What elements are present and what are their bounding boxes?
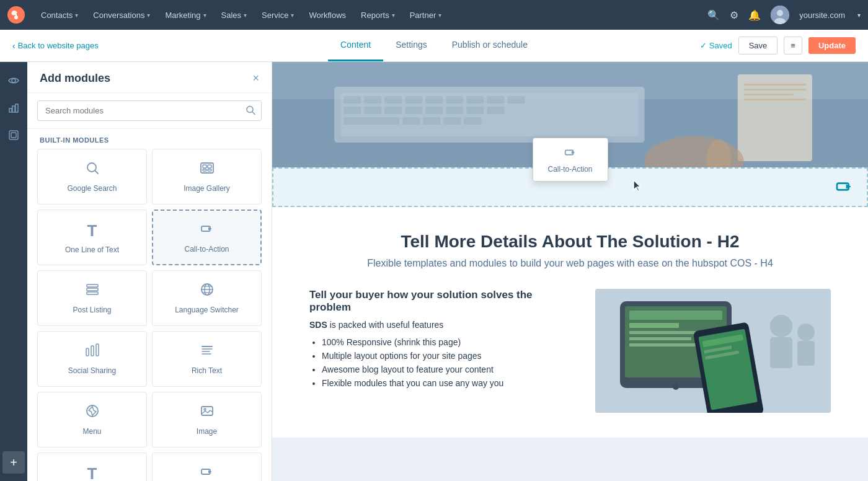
svg-rect-67 (464, 117, 481, 125)
tab-settings[interactable]: Settings (383, 30, 440, 61)
nav-reports[interactable]: Reports ▾ (355, 7, 401, 24)
module-one-line-text-2[interactable]: T One Line of Text (37, 452, 147, 481)
call-to-action-label: Call-to-Action (184, 245, 229, 254)
social-sharing-icon (85, 343, 100, 361)
list-item: Awesome blog layout to feature your cont… (322, 364, 570, 374)
close-module-panel-button[interactable]: × (252, 72, 259, 85)
cursor-icon (631, 179, 644, 196)
rich-text-icon (200, 343, 215, 361)
main-layout: + Add modules × BUILT-IN MODULES Google … (0, 62, 868, 481)
sidebar-add-button[interactable]: + (2, 451, 25, 474)
image-icon (200, 404, 215, 422)
settings-icon[interactable]: ⚙ (730, 9, 738, 21)
svg-rect-68 (738, 74, 812, 161)
nav-contacts[interactable]: Contacts ▾ (35, 7, 84, 24)
site-label[interactable]: yoursite.com (799, 11, 845, 20)
module-panel-title: Add modules (40, 72, 110, 85)
svg-rect-63 (343, 117, 399, 125)
menu-button[interactable]: ≡ (784, 37, 802, 55)
sidebar-eye-button[interactable] (2, 69, 25, 92)
section-heading: Tell your buyer how your solution solves… (309, 289, 570, 314)
svg-rect-57 (384, 107, 402, 114)
saved-status: ✓ Saved (700, 41, 732, 50)
sidebar-box-button[interactable] (2, 124, 25, 146)
svg-rect-82 (629, 331, 704, 334)
svg-rect-61 (466, 107, 484, 114)
page-content-area: Call-to-Action Tell More Details About T… (272, 62, 868, 481)
svg-rect-66 (443, 117, 461, 125)
notifications-icon[interactable]: 🔔 (748, 9, 761, 21)
nav-marketing[interactable]: Marketing ▾ (159, 7, 212, 24)
svg-rect-30 (86, 348, 89, 356)
svg-rect-18 (208, 165, 211, 168)
cta-drag-icon (564, 146, 577, 162)
svg-point-85 (673, 384, 679, 390)
nav-workflows[interactable]: Workflows (303, 7, 352, 24)
svg-rect-2 (16, 14, 17, 17)
svg-rect-84 (629, 343, 698, 346)
module-image[interactable]: Image (152, 392, 262, 448)
hubspot-logo[interactable] (7, 6, 25, 24)
svg-rect-48 (384, 96, 402, 104)
module-call-to-action-2[interactable]: Call-to-Action (152, 452, 262, 481)
svg-rect-19 (203, 169, 206, 171)
svg-point-91 (770, 315, 792, 337)
image-gallery-label: Image Gallery (184, 184, 230, 193)
svg-rect-22 (87, 285, 98, 287)
drop-zone-bar[interactable]: Call-to-Action (272, 167, 868, 207)
chevron-down-icon: ▾ (438, 12, 441, 19)
svg-rect-8 (12, 106, 15, 112)
update-button[interactable]: Update (808, 37, 856, 54)
module-language-switcher[interactable]: Language Switcher (152, 270, 262, 326)
search-module-icon (85, 161, 100, 179)
search-modules-input[interactable] (37, 100, 262, 121)
bold-intro: SDS (309, 320, 327, 330)
nav-conversations[interactable]: Conversations ▾ (87, 7, 156, 24)
svg-rect-54 (507, 96, 525, 104)
module-google-search[interactable]: Google Search (37, 149, 147, 205)
tab-content[interactable]: Content (328, 30, 383, 61)
tab-publish-schedule[interactable]: Publish or schedule (440, 30, 540, 61)
save-button[interactable]: Save (738, 37, 778, 55)
nav-items: Contacts ▾ Conversations ▾ Marketing ▾ S… (35, 7, 707, 24)
rich-text-label: Rich Text (192, 366, 222, 375)
back-to-website-pages-link[interactable]: ‹ Back to website pages (12, 41, 99, 51)
svg-rect-53 (487, 96, 504, 104)
module-post-listing[interactable]: Post Listing (37, 270, 147, 326)
svg-rect-23 (87, 288, 98, 291)
image-column (595, 289, 831, 413)
post-listing-label: Post Listing (73, 306, 111, 314)
two-column-section: Tell your buyer how your solution solves… (309, 289, 831, 413)
svg-rect-11 (11, 133, 16, 138)
search-icon[interactable]: 🔍 (707, 9, 720, 21)
avatar[interactable] (771, 6, 789, 24)
text-t-icon: T (87, 221, 97, 240)
svg-rect-58 (405, 107, 422, 114)
module-social-sharing[interactable]: Social Sharing (37, 331, 147, 387)
module-rich-text[interactable]: Rich Text (152, 331, 262, 387)
module-search-wrap (27, 93, 272, 129)
svg-rect-69 (744, 84, 806, 86)
module-image-gallery[interactable]: Image Gallery (152, 149, 262, 205)
svg-rect-17 (203, 165, 206, 168)
module-menu[interactable]: Menu (37, 392, 147, 448)
list-item: 100% Responsive (shrink this page) (322, 337, 570, 347)
nav-sales[interactable]: Sales ▾ (215, 7, 254, 24)
svg-rect-60 (446, 107, 463, 114)
module-one-line-text[interactable]: T One Line of Text (37, 210, 147, 265)
nav-service[interactable]: Service ▾ (255, 7, 300, 24)
intro-continue: is packed with useful features (327, 320, 444, 330)
image-label: Image (197, 427, 217, 436)
sidebar-chart-button[interactable] (2, 97, 25, 119)
post-listing-icon (85, 282, 100, 301)
editor-tabs: Content Settings Publish or schedule (328, 30, 540, 61)
site-dropdown-icon[interactable]: ▾ (857, 12, 861, 19)
svg-rect-56 (364, 107, 381, 114)
social-sharing-label: Social Sharing (68, 366, 116, 375)
svg-rect-65 (423, 117, 440, 125)
cta-2-icon (200, 464, 215, 481)
svg-rect-50 (425, 96, 443, 104)
nav-partner[interactable]: Partner ▾ (404, 7, 448, 24)
module-call-to-action[interactable]: Call-to-Action (152, 210, 262, 265)
chevron-down-icon: ▾ (147, 12, 150, 19)
